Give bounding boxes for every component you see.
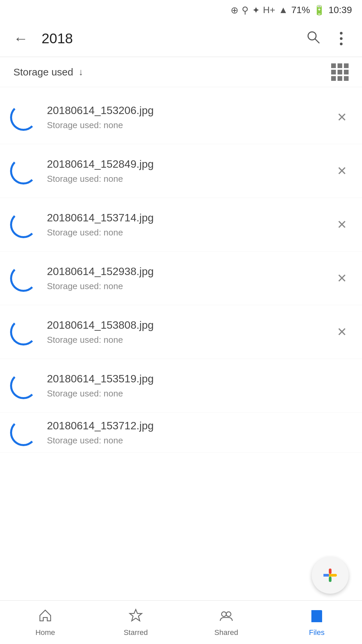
grid-cell-6 — [344, 70, 349, 74]
sort-direction-icon: ↓ — [78, 67, 83, 77]
app-bar-actions — [302, 28, 352, 49]
remove-button[interactable]: ✕ — [332, 107, 352, 127]
sort-label-text: Storage used — [13, 66, 73, 78]
more-icon — [340, 32, 343, 46]
close-icon: ✕ — [337, 218, 347, 232]
list-item[interactable]: 20180614_153712.jpg Storage used: none — [0, 413, 362, 453]
file-info: 20180614_153519.jpg Storage used: none — [47, 373, 352, 399]
loading-spinner — [10, 104, 37, 131]
battery-percent: 71% — [291, 5, 310, 15]
file-storage: Storage used: none — [47, 174, 322, 184]
file-storage: Storage used: none — [47, 227, 322, 238]
add-circle-icon: ⊕ — [231, 5, 238, 16]
files-icon — [309, 608, 324, 626]
signal-icon: ▲ — [279, 5, 288, 15]
nav-shared[interactable]: Shared — [181, 608, 272, 637]
status-icons: ⊕ ⚲ ✦ H+ ▲ 71% 🔋 10:39 — [231, 5, 352, 16]
file-list: 20180614_153206.jpg Storage used: none ✕… — [0, 87, 362, 456]
file-info: 20180614_153206.jpg Storage used: none — [47, 104, 322, 130]
svg-point-10 — [226, 612, 231, 616]
loading-spinner — [10, 265, 37, 292]
list-item[interactable]: 20180614_152849.jpg Storage used: none ✕ — [0, 144, 362, 198]
file-storage: Storage used: none — [47, 435, 352, 446]
loading-spinner — [10, 419, 37, 446]
home-icon — [38, 608, 53, 626]
loading-spinner — [10, 211, 37, 238]
bluetooth-icon: ✦ — [252, 5, 260, 16]
search-button[interactable] — [302, 28, 324, 49]
nav-starred-label: Starred — [124, 628, 148, 637]
file-info: 20180614_152938.jpg Storage used: none — [47, 265, 322, 291]
file-storage: Storage used: none — [47, 388, 352, 399]
file-storage: Storage used: none — [47, 335, 322, 345]
add-button[interactable] — [312, 557, 349, 594]
clock: 10:39 — [328, 5, 352, 15]
loading-spinner — [10, 319, 37, 345]
nav-starred[interactable]: Starred — [90, 608, 181, 637]
svg-rect-8 — [323, 574, 329, 577]
remove-button[interactable]: ✕ — [332, 215, 352, 235]
file-name: 20180614_153712.jpg — [47, 420, 352, 432]
shared-icon — [219, 608, 234, 626]
loading-spinner — [10, 372, 37, 399]
battery-icon: 🔋 — [313, 5, 325, 16]
nav-files-label: Files — [309, 628, 324, 637]
nav-home[interactable]: Home — [0, 608, 90, 637]
svg-point-9 — [222, 612, 226, 616]
svg-point-3 — [340, 37, 343, 40]
file-info: 20180614_153808.jpg Storage used: none — [47, 319, 322, 345]
file-name: 20180614_153519.jpg — [47, 373, 352, 385]
grid-cell-7 — [331, 76, 336, 81]
grid-view-button[interactable] — [331, 63, 349, 81]
file-storage: Storage used: none — [47, 120, 322, 130]
more-options-button[interactable] — [330, 28, 352, 49]
close-icon: ✕ — [337, 164, 347, 178]
svg-line-1 — [315, 39, 319, 43]
grid-cell-9 — [344, 76, 349, 81]
list-item[interactable]: 20180614_153714.jpg Storage used: none ✕ — [0, 198, 362, 252]
close-icon: ✕ — [337, 110, 347, 124]
grid-cell-8 — [338, 76, 342, 81]
svg-point-4 — [340, 43, 343, 45]
nav-home-label: Home — [36, 628, 55, 637]
close-icon: ✕ — [337, 271, 347, 285]
file-name: 20180614_152849.jpg — [47, 158, 322, 170]
svg-rect-7 — [329, 577, 331, 582]
file-name: 20180614_153808.jpg — [47, 319, 322, 331]
back-arrow-icon: ← — [13, 30, 28, 47]
search-icon — [306, 30, 320, 48]
grid-cell-1 — [331, 63, 336, 68]
file-storage: Storage used: none — [47, 281, 322, 291]
grid-cell-4 — [331, 70, 336, 74]
file-name: 20180614_153206.jpg — [47, 104, 322, 117]
sort-button[interactable]: Storage used ↓ — [13, 66, 83, 78]
list-item[interactable]: 20180614_153519.jpg Storage used: none — [0, 359, 362, 413]
status-bar: ⊕ ⚲ ✦ H+ ▲ 71% 🔋 10:39 — [0, 0, 362, 20]
bottom-navigation: Home Starred Shared Files — [0, 600, 362, 644]
grid-cell-3 — [344, 63, 349, 68]
list-item[interactable]: 20180614_153206.jpg Storage used: none ✕ — [0, 91, 362, 144]
grid-cell-2 — [338, 63, 342, 68]
remove-button[interactable]: ✕ — [332, 268, 352, 288]
list-item[interactable]: 20180614_153808.jpg Storage used: none ✕ — [0, 305, 362, 359]
network-icon: H+ — [263, 5, 276, 15]
page-title: 2018 — [42, 31, 292, 47]
file-name: 20180614_153714.jpg — [47, 212, 322, 224]
nav-shared-label: Shared — [215, 628, 238, 637]
back-button[interactable]: ← — [10, 28, 32, 49]
list-item[interactable]: 20180614_152938.jpg Storage used: none ✕ — [0, 252, 362, 305]
svg-rect-6 — [329, 569, 331, 574]
nav-files[interactable]: Files — [272, 608, 362, 637]
file-info: 20180614_152849.jpg Storage used: none — [47, 158, 322, 184]
svg-point-2 — [340, 32, 343, 35]
star-icon — [128, 608, 143, 626]
file-name: 20180614_152938.jpg — [47, 265, 322, 278]
plus-icon — [321, 566, 340, 585]
grid-cell-5 — [338, 70, 342, 74]
loading-spinner — [10, 158, 37, 184]
remove-button[interactable]: ✕ — [332, 161, 352, 181]
sort-bar: Storage used ↓ — [0, 57, 362, 87]
remove-button[interactable]: ✕ — [332, 322, 352, 342]
location-icon: ⚲ — [242, 5, 249, 16]
close-icon: ✕ — [337, 325, 347, 339]
